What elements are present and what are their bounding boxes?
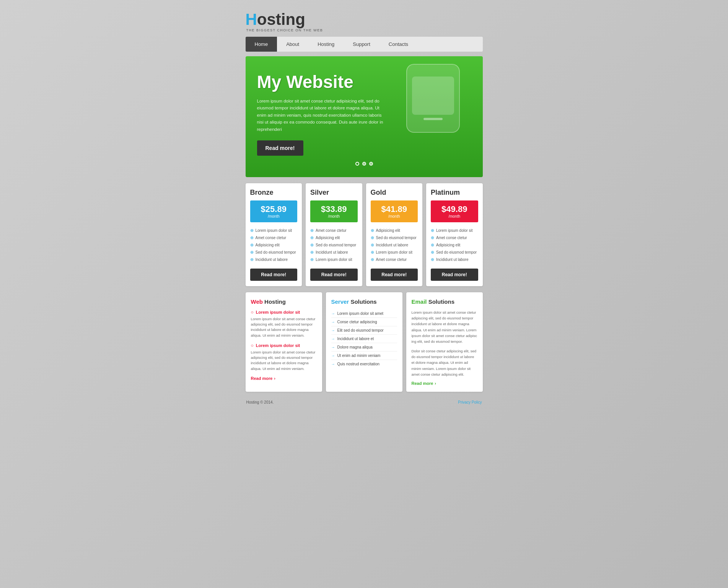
list-item: Lorem ipsum dolor sit: [250, 227, 298, 234]
pricing-card-bronze: Bronze $25.89 /month Lorem ipsum dolor s…: [246, 183, 302, 286]
gold-features: Adipisicing elit Sed do eiusmod tempor I…: [371, 227, 418, 263]
web-hosting-card: Web Hosting Lorem ipsum dolor sit Lorem …: [246, 292, 322, 392]
list-item: Adipisicing elit: [250, 241, 298, 249]
email-body-2: Dolor sit conse ctetur adipiscing elit, …: [412, 348, 477, 377]
bronze-price-box: $25.89 /month: [250, 200, 298, 222]
pricing-card-platinum: Platinum $49.89 /month Lorem ipsum dolor…: [426, 183, 483, 286]
hero-dot-3[interactable]: [369, 162, 373, 166]
web-entry-2-body: Lorem ipsum dolor sit amet conse ctetur …: [251, 350, 317, 371]
silver-features: Amet conse ctetur Adipisicing elit Sed d…: [310, 227, 358, 263]
hero-phone-bar: [423, 118, 443, 120]
list-item[interactable]: Ut enim ad minim veniam: [331, 352, 397, 360]
list-item: Lorem ipsum dolor sit: [431, 227, 478, 234]
hero-phone-screen: [412, 77, 454, 115]
server-list: Lorem ipsum dolor sit amet Conse ctetur …: [331, 309, 397, 368]
list-item: Amet conse ctetur: [431, 234, 478, 241]
list-item[interactable]: Lorem ipsum dolor sit amet: [331, 309, 397, 318]
hero-banner: My Website Lorem ipsum dolor sit amet co…: [246, 56, 483, 177]
email-title-accent: Email: [412, 298, 427, 305]
web-hosting-read-more[interactable]: Read more ›: [251, 376, 317, 381]
pricing-section: Bronze $25.89 /month Lorem ipsum dolor s…: [246, 183, 483, 286]
list-item[interactable]: Incididunt ut labore et: [331, 335, 397, 343]
server-solutions-title: Server Solutions: [331, 298, 397, 305]
web-hosting-title: Web Hosting: [251, 298, 317, 305]
logo-h: H: [246, 10, 257, 28]
platinum-read-more-button[interactable]: Read more!: [431, 269, 478, 281]
email-read-more[interactable]: Read more ›: [412, 381, 477, 386]
web-entry-1-title: Lorem ipsum dolor sit: [251, 309, 317, 315]
list-item: Adipisicing elit: [371, 227, 418, 234]
list-item[interactable]: Elit sed do eiusmod tempor: [331, 326, 397, 335]
web-entry-1-body: Lorem ipsum dolor sit amet conse ctetur …: [251, 316, 317, 338]
logo-area: Hosting THE BIGGEST CHOICE ON THE WEB: [246, 11, 483, 32]
email-solutions-title: Email Solutions: [412, 298, 477, 305]
nav-hosting[interactable]: Hosting: [308, 37, 344, 52]
platinum-period: /month: [434, 214, 475, 218]
web-hosting-title-rest: Hosting: [263, 298, 286, 305]
gold-price-box: $41.89 /month: [371, 200, 418, 222]
hero-phone-mockup: [406, 64, 460, 133]
hero-dots: [257, 162, 471, 166]
hero-title: My Website: [257, 72, 387, 92]
server-solutions-card: Server Solutions Lorem ipsum dolor sit a…: [326, 292, 402, 392]
gold-period: /month: [374, 214, 415, 218]
gold-read-more-button[interactable]: Read more!: [371, 269, 418, 281]
nav-about[interactable]: About: [277, 37, 308, 52]
logo: Hosting: [246, 11, 305, 28]
list-item: Lorem ipsum dolor sit: [371, 249, 418, 256]
nav-home[interactable]: Home: [246, 37, 277, 52]
logo-tagline: THE BIGGEST CHOICE ON THE WEB: [246, 28, 323, 32]
list-item: Sed do eiusmod tempor: [431, 249, 478, 256]
email-title-rest: Solutions: [427, 298, 455, 305]
list-item[interactable]: Dolore magna aliqua: [331, 343, 397, 352]
bronze-read-more-button[interactable]: Read more!: [250, 269, 298, 281]
platinum-features: Lorem ipsum dolor sit Amet conse ctetur …: [431, 227, 478, 263]
pricing-card-gold: Gold $41.89 /month Adipisicing elit Sed …: [366, 183, 423, 286]
footer-copyright: Hosting © 2014.: [246, 400, 274, 404]
logo-rest: osting: [257, 10, 305, 28]
web-entry-2: Lorem ipsum dolor sit Lorem ipsum dolor …: [251, 343, 317, 371]
nav-support[interactable]: Support: [344, 37, 379, 52]
hero-dot-1[interactable]: [355, 162, 359, 166]
list-item: Incididunt ut labore: [371, 241, 418, 249]
hero-read-more-button[interactable]: Read more!: [257, 140, 303, 156]
bronze-period: /month: [253, 214, 295, 218]
list-item: Sed do eiusmod tempor: [310, 241, 358, 249]
gold-price: $41.89: [381, 204, 407, 214]
email-solutions-card: Email Solutions Lorem ipsum dolor sit am…: [406, 292, 483, 392]
pricing-card-silver: Silver $33.89 /month Amet conse ctetur A…: [306, 183, 362, 286]
list-item: Amet conse ctetur: [310, 227, 358, 234]
bronze-features: Lorem ipsum dolor sit Amet conse ctetur …: [250, 227, 298, 263]
list-item: Amet conse ctetur: [371, 256, 418, 263]
silver-period: /month: [313, 214, 355, 218]
bronze-title: Bronze: [250, 189, 298, 197]
list-item: Adipisicing elit: [310, 234, 358, 241]
list-item: Sed do eiusmod tempor: [250, 249, 298, 256]
nav-contacts[interactable]: Contacts: [379, 37, 417, 52]
list-item: Incididunt ut labore: [431, 256, 478, 263]
list-item: Adipisicing elit: [431, 241, 478, 249]
server-title-accent: Server: [331, 298, 349, 305]
silver-title: Silver: [310, 189, 358, 197]
platinum-price-box: $49.89 /month: [431, 200, 478, 222]
info-section: Web Hosting Lorem ipsum dolor sit Lorem …: [246, 292, 483, 392]
silver-price-box: $33.89 /month: [310, 200, 358, 222]
email-body-1: Lorem ipsum dolor sit amet conse ctetur …: [412, 309, 477, 344]
list-item[interactable]: Conse ctetur adipiscing: [331, 318, 397, 326]
web-entry-1: Lorem ipsum dolor sit Lorem ipsum dolor …: [251, 309, 317, 338]
web-hosting-title-accent: Web: [251, 298, 263, 305]
list-item: Sed do eiusmod tempor: [371, 234, 418, 241]
footer-privacy-link[interactable]: Privacy Policy: [458, 400, 482, 404]
platinum-title: Platinum: [431, 189, 478, 197]
hero-dot-2[interactable]: [362, 162, 366, 166]
footer: Hosting © 2014. Privacy Policy: [246, 398, 483, 407]
silver-price: $33.89: [321, 204, 347, 214]
list-item[interactable]: Quis nostrud exercitation: [331, 360, 397, 368]
list-item: Incididunt ut labore: [250, 256, 298, 263]
silver-read-more-button[interactable]: Read more!: [310, 269, 358, 281]
list-item: Amet conse ctetur: [250, 234, 298, 241]
platinum-price: $49.89: [441, 204, 467, 214]
navigation: Home About Hosting Support Contacts: [246, 37, 483, 52]
bronze-price: $25.89: [261, 204, 287, 214]
gold-title: Gold: [371, 189, 418, 197]
